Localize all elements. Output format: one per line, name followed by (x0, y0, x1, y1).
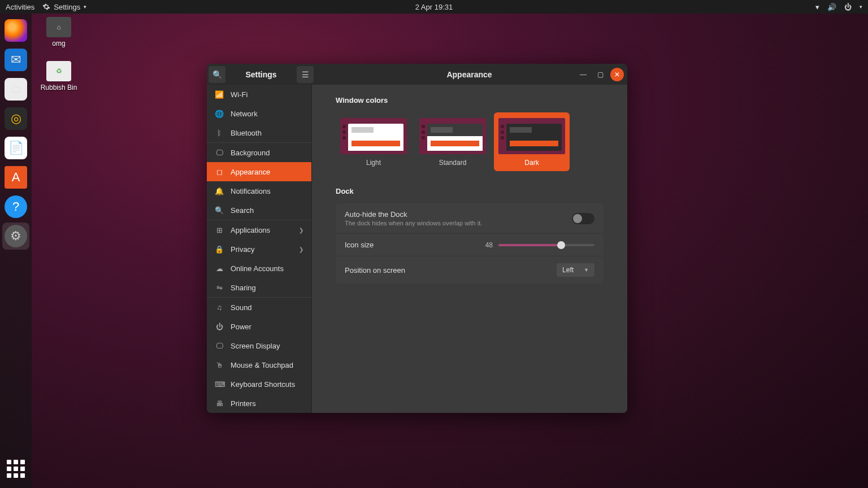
autohide-switch[interactable] (572, 213, 594, 224)
help-icon: ? (5, 195, 27, 218)
theme-label: Standard (419, 159, 486, 167)
sidebar-item-sound[interactable]: ♫Sound (207, 298, 311, 317)
chevron-right-icon: ❯ (299, 246, 303, 252)
software-icon: A (5, 166, 27, 189)
desktop-folder-omg[interactable]: ⌂ omg (36, 17, 81, 47)
sidebar-item-network[interactable]: 🌐Network (207, 104, 311, 123)
sidebar-icon: ᛒ (215, 129, 224, 137)
sidebar-icon: ⏻ (215, 323, 224, 331)
sidebar-label: Background (231, 149, 270, 157)
theme-standard[interactable]: Standard (415, 112, 491, 171)
sidebar-item-appearance[interactable]: ◻Appearance (207, 162, 311, 181)
sidebar-icon: 📶 (215, 90, 224, 99)
sidebar-label: Privacy (231, 245, 255, 254)
sidebar-item-mouse-touchpad[interactable]: 🖱Mouse & Touchpad (207, 355, 311, 374)
sidebar-label: Sound (231, 303, 252, 312)
desktop-trash[interactable]: ♻ Rubbish Bin (36, 61, 81, 91)
sidebar-item-background[interactable]: 🖵Background (207, 143, 311, 162)
folder-icon: ⌂ (46, 17, 71, 37)
sidebar-label: Network (231, 110, 258, 118)
gear-icon (42, 3, 50, 11)
icon-size-value: 48 (485, 241, 493, 249)
sidebar-item-search[interactable]: 🔍Search (207, 201, 311, 220)
sidebar-item-applications[interactable]: ⊞Applications❯ (207, 220, 311, 239)
sidebar-item-wi-fi[interactable]: 📶Wi-Fi (207, 85, 311, 104)
icon-size-slider[interactable] (498, 244, 594, 246)
theme-light[interactable]: Light (336, 112, 411, 171)
sidebar-icon: 🌐 (215, 110, 224, 118)
sidebar-label: Search (231, 206, 254, 215)
chevron-right-icon: ❯ (299, 227, 303, 233)
search-button[interactable]: 🔍 (209, 66, 225, 83)
dropdown-value: Left (562, 266, 574, 274)
sidebar-icon: 🖵 (215, 342, 224, 350)
sidebar-label: Printers (231, 399, 256, 408)
show-applications-button[interactable] (5, 457, 27, 480)
position-dropdown[interactable]: Left ▼ (557, 263, 594, 277)
sidebar-item-online-accounts[interactable]: ☁Online Accounts (207, 259, 311, 278)
sidebar-label: Wi-Fi (231, 90, 248, 99)
autohide-label: Auto-hide the Dock (345, 210, 482, 219)
sidebar-icon: ⊞ (215, 226, 224, 234)
sidebar-label: Power (231, 323, 251, 331)
titlebar[interactable]: 🔍 Settings ☰ Appearance — ▢ ✕ (207, 64, 627, 85)
sidebar-label: Mouse & Touchpad (231, 361, 293, 369)
minimize-button[interactable]: — (576, 68, 590, 81)
sidebar-icon: 🔔 (215, 187, 224, 195)
chevron-down-icon: ▾ (84, 4, 86, 10)
maximize-button[interactable]: ▢ (593, 68, 607, 81)
menu-icon: ☰ (302, 70, 309, 79)
theme-label: Dark (498, 159, 565, 167)
dock-help[interactable]: ? (2, 193, 29, 220)
sidebar-item-sharing[interactable]: ⇋Sharing (207, 278, 311, 297)
desktop-label: omg (36, 40, 81, 47)
theme-dark[interactable]: Dark (494, 112, 570, 171)
dock-settings[interactable]: ⚙ (2, 223, 29, 250)
sidebar-icon: 🖵 (215, 149, 224, 157)
sidebar-item-keyboard-shortcuts[interactable]: ⌨Keyboard Shortcuts (207, 374, 311, 394)
sidebar-icon: ♫ (215, 303, 224, 312)
volume-icon: 🔊 (827, 3, 836, 11)
app-menu[interactable]: Settings ▾ (42, 3, 86, 11)
sidebar-label: Applications (231, 226, 270, 234)
activities-button[interactable]: Activities (6, 3, 34, 11)
sidebar-item-bluetooth[interactable]: ᛒBluetooth (207, 123, 311, 142)
dock-files[interactable]: 🗂 (2, 76, 29, 103)
app-menu-label: Settings (54, 3, 80, 11)
sidebar-item-notifications[interactable]: 🔔Notifications (207, 181, 311, 201)
sidebar-label: Sharing (231, 284, 256, 292)
sidebar-label: Keyboard Shortcuts (231, 380, 295, 389)
sidebar-icon: ◻ (215, 168, 224, 176)
sidebar-label: Notifications (231, 187, 271, 195)
sidebar-item-printers[interactable]: 🖶Printers (207, 394, 311, 413)
sidebar-icon: 🖶 (215, 399, 224, 408)
sidebar-icon: 🔍 (215, 206, 224, 215)
sidebar-label: Online Accounts (231, 264, 284, 273)
dock-firefox[interactable] (2, 17, 29, 44)
chevron-down-icon: ▾ (860, 4, 862, 10)
sidebar-item-privacy[interactable]: 🔒Privacy❯ (207, 239, 311, 259)
sidebar-icon: 🖱 (215, 361, 224, 369)
close-button[interactable]: ✕ (610, 68, 624, 81)
thunderbird-icon: ✉ (5, 49, 27, 71)
dock-thunderbird[interactable]: ✉ (2, 46, 29, 73)
dock-title: Dock (336, 187, 604, 195)
dock-libreoffice[interactable]: 📄 (2, 134, 29, 162)
sidebar-icon: ☁ (215, 264, 224, 273)
position-label: Position on screen (345, 266, 405, 274)
clock[interactable]: 2 Apr 19:31 (415, 3, 453, 11)
autohide-sublabel: The dock hides when any windows overlap … (345, 220, 482, 226)
dock: ✉ 🗂 ◎ 📄 A ? ⚙ (0, 14, 32, 488)
sidebar-label: Screen Display (231, 342, 280, 350)
sidebar-item-power[interactable]: ⏻Power (207, 317, 311, 336)
dock-software[interactable]: A (2, 164, 29, 191)
sidebar-icon: ⇋ (215, 284, 224, 292)
dock-rhythmbox[interactable]: ◎ (2, 105, 29, 132)
settings-window: 🔍 Settings ☰ Appearance — ▢ ✕ 📶Wi-Fi🌐Net… (207, 64, 627, 413)
system-tray[interactable]: ▾ 🔊 ⏻ ▾ (815, 3, 862, 11)
sidebar-label: Bluetooth (231, 129, 262, 137)
firefox-icon (5, 19, 27, 42)
theme-label: Light (340, 159, 407, 167)
chevron-down-icon: ▼ (584, 267, 589, 273)
sidebar-item-screen-display[interactable]: 🖵Screen Display (207, 336, 311, 355)
